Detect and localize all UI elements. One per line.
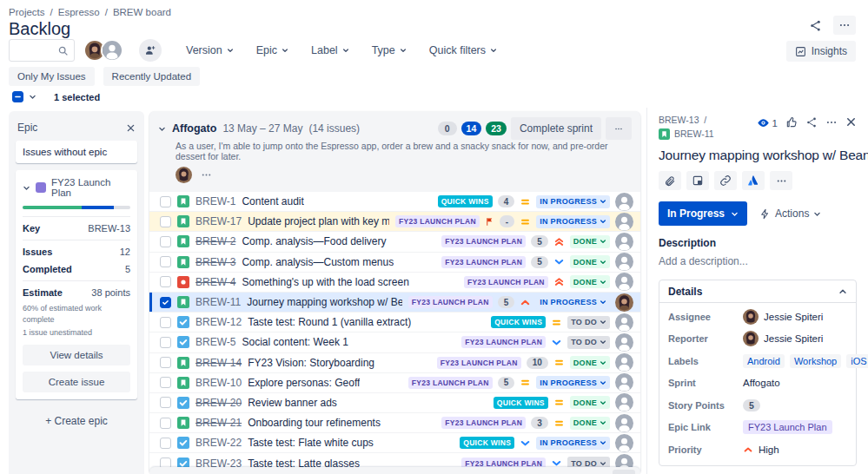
assignee-avatar[interactable] [615,273,633,291]
search-input[interactable] [16,44,57,56]
estimate-badge[interactable]: 3 [531,417,548,429]
field-labels[interactable]: Labels AndroidWorkshopiOS [668,350,847,372]
sprint-member-avatar[interactable] [176,167,192,183]
issue-checkbox[interactable] [160,297,171,308]
estimate-badge[interactable]: 5 [498,377,515,389]
issue-row[interactable]: BREW-22 Taste test: Flate white cups QUI… [149,433,640,453]
close-icon[interactable] [845,116,857,128]
field-story-points[interactable]: Story Points 5 [668,394,847,417]
issue-checkbox[interactable] [160,276,171,287]
more-icon[interactable] [833,16,856,35]
like-icon[interactable] [785,116,798,128]
status-button[interactable]: In Progress [659,201,747,226]
field-priority[interactable]: Priority High [668,438,847,461]
assignee-avatar[interactable] [615,313,633,332]
quick-filter-recently-updated[interactable]: Recently Updated [103,67,200,86]
assignee-avatar[interactable] [615,434,633,452]
label-chip-android[interactable]: Android [743,354,785,368]
status-dropdown[interactable]: TO DO [567,316,610,329]
assignee-avatar[interactable] [615,333,633,352]
issue-title[interactable]: Journey mapping workshop w/ Beanz [659,148,857,163]
assignee-avatar[interactable] [615,233,633,251]
description-placeholder[interactable]: Add a description... [659,255,857,267]
view-details-button[interactable]: View details [23,345,130,365]
estimate-badge[interactable]: 5 [498,296,515,308]
create-issue-button[interactable]: Create issue [23,372,130,392]
issue-checkbox[interactable] [160,397,171,408]
status-dropdown[interactable]: IN PROGRESS [536,195,610,208]
status-dropdown[interactable]: IN PROGRESS [536,376,610,389]
epic-link-value[interactable]: FY23 Launch Plan [743,420,832,434]
issue-checkbox[interactable] [160,196,171,207]
assignee-avatar[interactable] [615,414,633,432]
assignee-avatar[interactable] [615,353,633,372]
insights-button[interactable]: Insights [786,41,856,62]
issue-row[interactable]: BREW-3 Comp. analysis—Custom menus FY23 … [149,253,640,273]
attach-icon[interactable] [659,171,681,190]
issue-row[interactable]: BREW-10 Explore personas: Geoff FY23 LAU… [149,373,640,393]
field-epic-link[interactable]: Epic Link FY23 Launch Plan [668,417,847,439]
label-chip-ios[interactable]: iOS [846,354,868,368]
field-reporter[interactable]: Reporter Jessie Spiteri [668,328,847,351]
field-sprint[interactable]: Sprint Affogato [668,372,847,395]
bulk-select-chevron-icon[interactable] [29,93,36,101]
issue-row[interactable]: BREW-5 Social content: Week 1 FY23 LAUNC… [149,332,640,352]
assignee-avatar[interactable] [615,293,633,312]
filter-dropdown-type[interactable]: Type [372,44,407,56]
breadcrumb-link[interactable]: BREW board [113,7,171,17]
status-dropdown[interactable]: DONE [570,255,610,268]
quick-filter-only-my-issues[interactable]: Only My Issues [9,67,95,86]
status-dropdown[interactable]: DONE [570,356,610,369]
issues-without-epic[interactable]: Issues without epic [16,141,137,163]
link-icon[interactable] [714,171,737,190]
details-card-header[interactable]: Details [659,280,856,303]
detail-parent-key[interactable]: BREW-13 [659,115,699,125]
issue-row[interactable]: BREW-12 Taste test: Round 1 (vanilla ext… [149,313,640,332]
issue-checkbox[interactable] [160,256,171,267]
issue-checkbox[interactable] [160,357,171,368]
status-dropdown[interactable]: DONE [570,417,610,430]
sprint-more-icon[interactable] [606,117,632,140]
issue-checkbox[interactable] [160,317,171,328]
sprint-members-more-icon[interactable] [201,169,212,181]
assignee-avatar[interactable] [615,373,633,392]
estimate-badge[interactable]: 5 [531,235,548,247]
issue-checkbox[interactable] [160,438,171,449]
issue-checkbox[interactable] [160,377,171,388]
chevron-down-icon[interactable] [23,184,30,192]
issue-checkbox[interactable] [160,337,171,348]
status-dropdown[interactable]: IN PROGRESS [536,215,610,228]
actions-dropdown[interactable]: Actions [759,207,821,220]
assignee-avatar[interactable] [615,253,633,271]
more-actions-icon[interactable] [770,171,792,190]
sprint-collapse-chevron-icon[interactable] [158,125,166,133]
share-icon[interactable] [805,116,818,128]
backlog-section-stub[interactable] [149,467,640,474]
status-dropdown[interactable]: IN PROGRESS [536,296,610,309]
add-child-issue-icon[interactable] [686,171,709,190]
assignee-avatar[interactable] [615,213,633,231]
filter-dropdown-version[interactable]: Version [186,44,234,56]
label-chip-workshop[interactable]: Workshop [790,354,841,368]
detail-issue-key[interactable]: BREW-11 [674,128,714,140]
issue-row[interactable]: BREW-11 Journey mapping workshop w/ Bean… [149,293,640,313]
status-dropdown[interactable]: DONE [570,235,610,248]
issue-checkbox[interactable] [160,236,171,247]
assignee-avatar[interactable] [615,393,633,411]
field-assignee[interactable]: Assignee Jessie Spiteri [668,306,847,328]
issue-row[interactable]: BREW-14 FY23 Vision: Storyboarding FY23 … [149,353,640,373]
breadcrumb-link[interactable]: Espresso [58,7,100,17]
estimate-badge[interactable]: 5 [531,256,548,268]
issue-row[interactable]: BREW-20 Review banner ads QUICK WINS DON… [149,393,640,413]
issue-row[interactable]: BREW-2 Comp. analysis—Food delivery FY23… [149,232,640,252]
estimate-badge[interactable]: - [500,215,514,227]
issue-checkbox[interactable] [160,216,171,227]
share-icon[interactable] [804,16,826,35]
complete-sprint-button[interactable]: Complete sprint [511,117,601,140]
status-dropdown[interactable]: DONE [570,396,610,409]
create-epic-button[interactable]: + Create epic [16,410,137,432]
status-dropdown[interactable]: DONE [570,275,610,288]
bulk-select-checkbox[interactable] [12,91,23,102]
breadcrumb-link[interactable]: Projects [9,7,45,17]
watch-icon[interactable]: 1 [757,116,778,129]
